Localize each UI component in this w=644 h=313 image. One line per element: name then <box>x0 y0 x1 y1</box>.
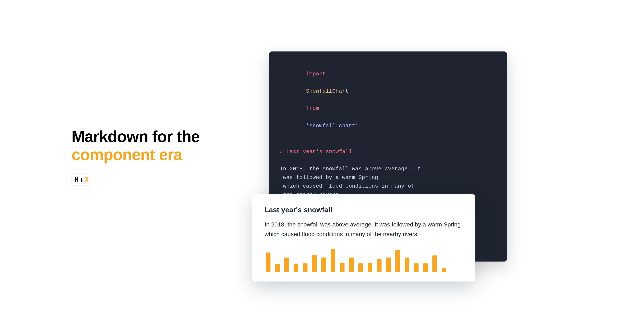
snowfall-bar-chart <box>264 247 463 272</box>
chart-bar <box>330 249 335 272</box>
chart-bar <box>358 263 363 272</box>
logo-m: M <box>75 176 79 183</box>
render-body: In 2018, the snowfall was above average.… <box>264 220 463 239</box>
chart-bar <box>294 264 298 272</box>
arrow-down-icon: ↓ <box>80 176 84 183</box>
headline-line2: component era <box>72 146 182 163</box>
mdx-logo-badge: M ↓ X <box>72 173 92 185</box>
code-import-src: 'snowfall-chart' <box>306 123 358 129</box>
chart-bar <box>432 255 437 272</box>
chart-bar <box>303 263 308 272</box>
chart-bar <box>275 264 280 272</box>
chart-bar <box>349 258 354 272</box>
chart-bar <box>423 263 428 272</box>
chart-bar <box>377 259 382 272</box>
chart-bar <box>340 263 344 272</box>
hero-text: Markdown for the component era M ↓ X <box>72 128 244 185</box>
chart-bar <box>405 258 409 272</box>
chart-bar <box>321 258 326 272</box>
render-heading: Last year's snowfall <box>264 206 463 214</box>
code-from-kw: from <box>306 105 319 112</box>
chart-bar <box>266 253 270 272</box>
chart-bar <box>386 258 391 272</box>
chart-bar <box>414 263 418 272</box>
chart-bar <box>442 268 446 272</box>
headline-line1: Markdown for the <box>72 128 200 145</box>
chart-bar <box>368 263 372 272</box>
chart-bar <box>284 258 289 272</box>
headline: Markdown for the component era <box>72 128 231 163</box>
logo-x: X <box>85 176 89 183</box>
code-import-kw: import <box>306 71 326 77</box>
code-import-id: SnowfallChart <box>306 88 349 94</box>
code-body: In 2018, the snowfall was above average.… <box>280 165 496 199</box>
chart-bar <box>312 255 317 272</box>
render-card: Last year's snowfall In 2018, the snowfa… <box>252 194 475 282</box>
chart-bar <box>396 250 400 272</box>
code-md-heading: # Last year's snowfall <box>280 148 496 156</box>
